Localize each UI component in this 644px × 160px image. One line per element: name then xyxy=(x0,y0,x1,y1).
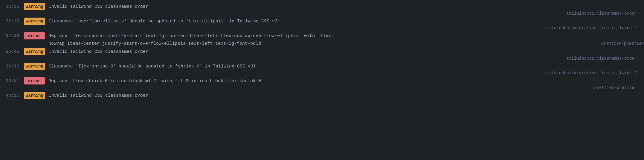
rule-text: prettier/prettier xyxy=(594,85,637,90)
line-number: 32:39 xyxy=(0,33,24,40)
warning-badge: warning xyxy=(24,92,45,99)
line-number: 32:16 xyxy=(0,18,24,25)
error-badge: error xyxy=(24,77,45,84)
log-message: Classname 'flex-shrink-0' should be upda… xyxy=(49,63,644,70)
log-row: 36:40 warning Classname 'flex-shrink-0' … xyxy=(0,62,644,71)
rule-line: tailwindcss/migration-from-tailwind-2 xyxy=(0,26,644,32)
error-badge: error xyxy=(24,32,45,39)
continuation-line: nowrap·items-center·justify-start·overfl… xyxy=(0,40,644,47)
warning-badge: warning xyxy=(24,18,45,25)
log-row: 36:40 warning Invalid Tailwind CSS class… xyxy=(0,47,644,56)
rule-text: tailwindcss/classnames-order xyxy=(567,11,637,16)
log-row: 32:16 warning Invalid Tailwind CSS class… xyxy=(0,2,644,11)
rule-text: tailwindcss/classnames-order xyxy=(567,56,637,61)
log-row: 43:16 warning Invalid Tailwind CSS class… xyxy=(0,91,644,100)
log-message: Invalid Tailwind CSS classnames order xyxy=(49,3,644,10)
warning-badge: warning xyxy=(24,3,45,10)
log-row: 36:51 error Replace `flex-shrink-0·inlin… xyxy=(0,77,644,85)
log-row: 32:39 error Replace `items-center·justif… xyxy=(0,32,644,40)
rule-line: tailwindcss/classnames-order xyxy=(0,11,644,17)
line-number: 36:51 xyxy=(0,78,24,85)
continuation-message: nowrap·items-center·justify-start·overfl… xyxy=(48,40,594,47)
warning-badge: warning xyxy=(24,63,45,70)
line-number: 36:40 xyxy=(0,48,24,56)
log-message: Invalid Tailwind CSS classnames order xyxy=(49,48,644,56)
line-number: 43:16 xyxy=(0,92,24,99)
log-container: 32:16 warning Invalid Tailwind CSS class… xyxy=(0,0,644,102)
log-row: 32:16 warning Classname 'overflow-ellips… xyxy=(0,17,644,26)
log-message: Invalid Tailwind CSS classnames order xyxy=(49,92,644,99)
log-message: Replace `items-center·justify-start·text… xyxy=(48,33,644,40)
rule-text: tailwindcss/migration-from-tailwind-2 xyxy=(544,26,637,30)
rule-line: prettier/prettier xyxy=(0,85,644,91)
rule-text: tailwindcss/migration-from-tailwind-2 xyxy=(544,71,637,76)
rule-text: prettier/prettier xyxy=(601,40,644,47)
warning-badge: warning xyxy=(24,48,45,55)
log-message: Replace `flex-shrink-0·inline-block·ml-2… xyxy=(48,78,644,85)
rule-line: tailwindcss/migration-from-tailwind-2 xyxy=(0,71,644,77)
rule-line: tailwindcss/classnames-order xyxy=(0,56,644,62)
line-number: 32:16 xyxy=(0,3,24,10)
line-number: 36:40 xyxy=(0,63,24,70)
log-message: Classname 'overflow-ellipsis' should be … xyxy=(49,18,644,25)
